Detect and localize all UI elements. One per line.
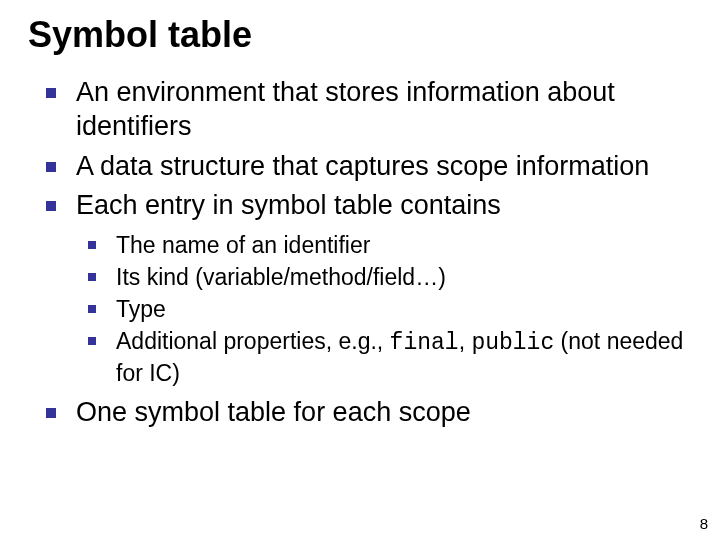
bullet-text: The name of an identifier — [116, 232, 370, 258]
slide-title: Symbol table — [28, 14, 692, 56]
bullet-list-level1: An environment that stores information a… — [28, 76, 692, 430]
square-bullet-icon — [88, 305, 96, 313]
bullet-text: An environment that stores information a… — [76, 77, 615, 141]
page-number: 8 — [700, 515, 708, 532]
bullet-text: A data structure that captures scope inf… — [76, 151, 649, 181]
list-item: Its kind (variable/method/field…) — [76, 263, 692, 293]
code-text: public — [471, 330, 554, 356]
bullet-text: One symbol table for each scope — [76, 397, 471, 427]
slide: Symbol table An environment that stores … — [0, 0, 720, 540]
square-bullet-icon — [46, 88, 56, 98]
list-item: Additional properties, e.g., final, publ… — [76, 327, 692, 389]
square-bullet-icon — [88, 241, 96, 249]
bullet-text: Each entry in symbol table contains — [76, 190, 501, 220]
list-item: The name of an identifier — [76, 231, 692, 261]
list-item: A data structure that captures scope inf… — [28, 150, 692, 184]
text-fragment: Additional properties, e.g., — [116, 328, 390, 354]
bullet-text: Additional properties, e.g., final, publ… — [116, 328, 683, 386]
square-bullet-icon — [46, 408, 56, 418]
list-item: An environment that stores information a… — [28, 76, 692, 144]
bullet-text: Its kind (variable/method/field…) — [116, 264, 446, 290]
square-bullet-icon — [46, 162, 56, 172]
list-item: One symbol table for each scope — [28, 396, 692, 430]
list-item: Each entry in symbol table contains The … — [28, 189, 692, 388]
square-bullet-icon — [88, 273, 96, 281]
bullet-text: Type — [116, 296, 166, 322]
square-bullet-icon — [88, 337, 96, 345]
code-text: final — [390, 330, 459, 356]
list-item: Type — [76, 295, 692, 325]
text-fragment: , — [459, 328, 472, 354]
square-bullet-icon — [46, 201, 56, 211]
bullet-list-level2: The name of an identifier Its kind (vari… — [76, 231, 692, 388]
